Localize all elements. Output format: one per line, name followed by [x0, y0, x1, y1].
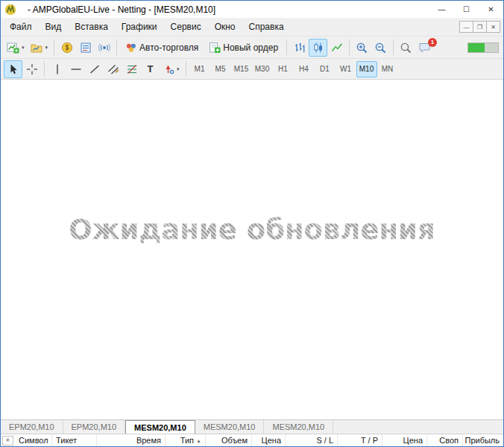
chart-tabs-bar: EPM20,M10 EPM20,M10 MESM20,M10 MESM20,M1… [1, 419, 503, 434]
chart-toolbar: T ▾ M1 M5 M15 M30 H1 H4 D1 W1 M10 MN [1, 58, 503, 80]
notification-badge: 1 [428, 38, 437, 47]
toolbar-separator [349, 39, 350, 55]
market-watch-icon [61, 42, 73, 54]
toolbar-separator [286, 39, 287, 55]
connection-level-rest [485, 43, 498, 52]
data-window-button[interactable] [76, 39, 95, 57]
zoom-out-button[interactable] [371, 39, 390, 57]
new-chart-button[interactable]: ▾ [4, 39, 28, 57]
menu-view[interactable]: Вид [39, 19, 69, 35]
line-chart-button[interactable] [327, 39, 346, 57]
cursor-tool-button[interactable] [4, 60, 22, 78]
column-stop-loss[interactable]: S / L [286, 434, 338, 446]
title-bar: - AMPGlobalEU-Live - Netting - [MESM20,M… [1, 1, 503, 18]
search-button[interactable] [397, 39, 415, 57]
auto-trading-button[interactable]: Авто-торговля [120, 39, 204, 57]
toolbox-icon [98, 42, 110, 54]
toolbar-separator [44, 61, 45, 77]
timeframe-m1-button[interactable]: M1 [189, 61, 210, 77]
crosshair-icon [26, 63, 38, 75]
app-icon [4, 4, 16, 16]
notifications-button[interactable]: 1 [415, 39, 435, 57]
column-ticket[interactable]: Тикет [52, 434, 97, 446]
standard-toolbar: ▾ ▾ [1, 36, 503, 58]
chart-tab-1[interactable]: EPM20,M10 [1, 420, 63, 434]
crosshair-tool-button[interactable] [22, 60, 41, 78]
timeframe-d1-button[interactable]: D1 [315, 61, 336, 77]
mdi-close-button[interactable]: ✕ [486, 21, 500, 33]
cursor-icon [7, 63, 19, 75]
timeframe-mn-button[interactable]: MN [377, 61, 398, 77]
column-time[interactable]: Время [97, 434, 166, 446]
auto-trading-label: Авто-торговля [139, 42, 198, 53]
column-type[interactable]: Тип ▲ [166, 434, 206, 446]
sort-ascending-icon: ▲ [196, 438, 201, 443]
column-take-profit[interactable]: T / P [338, 434, 382, 446]
chart-tab-3-active[interactable]: MESM20,M10 [125, 420, 195, 434]
profiles-button[interactable]: ▾ [28, 39, 51, 57]
window-title: - AMPGlobalEU-Live - Netting - [MESM20,M… [28, 4, 215, 15]
mdi-window-controls: — ❐ ✕ [460, 21, 500, 33]
text-tool-icon: T [148, 63, 154, 74]
fibonacci-tool-button[interactable] [122, 60, 141, 78]
menu-window[interactable]: Окно [208, 19, 242, 35]
trendline-tool-button[interactable] [85, 60, 104, 78]
mdi-minimize-button[interactable]: — [459, 21, 473, 33]
vertical-line-tool-button[interactable] [48, 60, 66, 78]
zoom-out-icon [374, 42, 387, 54]
timeframe-h4-button[interactable]: H4 [294, 61, 315, 77]
arrows-tool-button[interactable]: ▾ [160, 60, 183, 78]
minimize-button[interactable]: — [429, 1, 454, 18]
search-icon [400, 42, 412, 54]
line-chart-icon [331, 42, 343, 54]
toolbox-button[interactable] [95, 39, 113, 57]
column-type-label: Тип [180, 436, 194, 445]
horizontal-line-tool-button[interactable] [66, 60, 85, 78]
timeframe-m30-button[interactable]: M30 [252, 61, 273, 77]
chart-tab-4[interactable]: MESM20,M10 [195, 420, 265, 434]
toolbar-separator [186, 61, 186, 77]
column-volume[interactable]: Объем [206, 434, 252, 446]
maximize-button[interactable]: ☐ [454, 1, 479, 18]
column-swap[interactable]: Своп [427, 434, 463, 446]
chevron-down-icon: ▾ [45, 45, 48, 50]
market-watch-button[interactable] [57, 39, 76, 57]
timeframe-h1-button[interactable]: H1 [273, 61, 294, 77]
candlestick-chart-icon [312, 42, 324, 54]
chart-tab-2[interactable]: EPM20,M10 [63, 420, 126, 434]
chart-area[interactable]: Ожидание обновления [1, 80, 503, 419]
application-window: - AMPGlobalEU-Live - Netting - [MESM20,M… [0, 0, 504, 447]
equidistant-channel-tool-button[interactable] [104, 60, 122, 78]
timeframe-w1-button[interactable]: W1 [336, 61, 356, 77]
menu-tools[interactable]: Сервис [164, 19, 208, 35]
menu-file[interactable]: Файл [3, 19, 39, 35]
toolbar-separator [54, 39, 54, 55]
new-order-button[interactable]: Новый ордер [204, 39, 283, 57]
text-tool-button[interactable]: T [141, 60, 160, 78]
menu-insert[interactable]: Вставка [68, 19, 115, 35]
column-price-open[interactable]: Цена [252, 434, 286, 446]
zoom-in-button[interactable] [353, 39, 371, 57]
column-price-current[interactable]: Цена [382, 434, 427, 446]
bar-chart-button[interactable] [290, 39, 309, 57]
chevron-down-icon: ▾ [177, 66, 180, 72]
connection-level-green [468, 43, 485, 52]
arrows-shapes-icon [163, 63, 174, 75]
menu-charts[interactable]: Графики [115, 19, 164, 35]
close-button[interactable]: ✕ [479, 1, 503, 18]
chart-tab-5[interactable]: MESM20,M10 [264, 420, 333, 434]
horizontal-line-icon [70, 63, 82, 75]
profiles-icon [31, 42, 43, 54]
timeframe-m10-button[interactable]: M10 [356, 61, 377, 77]
menu-help[interactable]: Справка [242, 19, 291, 35]
timeframe-m15-button[interactable]: M15 [231, 61, 252, 77]
mdi-restore-button[interactable]: ❐ [473, 21, 487, 33]
chart-watermark: Ожидание обновления [69, 213, 435, 245]
menu-bar: Файл Вид Вставка Графики Сервис Окно Спр… [1, 18, 503, 36]
candlestick-chart-button[interactable] [309, 39, 327, 57]
column-profit[interactable]: Прибыль [463, 434, 503, 446]
column-symbol[interactable]: Символ [15, 434, 52, 446]
timeframe-m5-button[interactable]: M5 [210, 61, 231, 77]
panel-close-button[interactable]: ✕ [2, 436, 13, 446]
chevron-down-icon: ▾ [22, 45, 25, 50]
